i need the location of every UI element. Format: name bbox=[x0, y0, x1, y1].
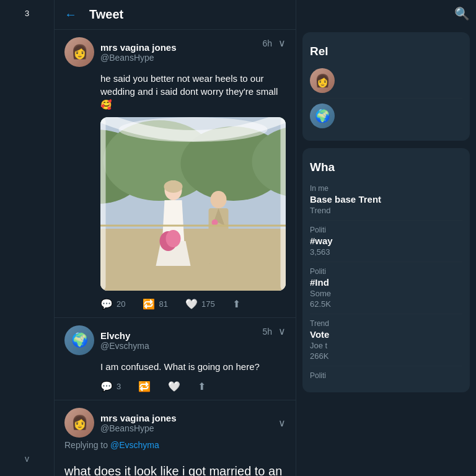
tweet-image bbox=[100, 117, 286, 291]
svg-point-10 bbox=[164, 180, 183, 193]
expanded-tweet-meta: mrs vagina jones @BeansHype bbox=[100, 413, 177, 433]
back-button[interactable]: ← bbox=[64, 7, 77, 22]
trending-category-1: In me bbox=[310, 184, 462, 193]
trending-topic-3: #Ind bbox=[310, 277, 462, 288]
reply-more-options[interactable]: ∨ bbox=[278, 325, 286, 337]
reply-retweet-button[interactable]: 🔁 bbox=[138, 381, 151, 392]
who-to-follow-section: Rel 👩 🌍 bbox=[302, 32, 470, 141]
expanded-username[interactable]: @BeansHype bbox=[100, 423, 177, 433]
heart-icon: 🤍 bbox=[185, 298, 198, 310]
reply-tweet-header: 🌍 Elvchy @Evschyma 5h ∨ bbox=[64, 325, 286, 355]
reply-share-icon: ⬆ bbox=[198, 381, 206, 392]
reply-retweet-icon: 🔁 bbox=[138, 381, 151, 392]
share-button[interactable]: ⬆ bbox=[232, 298, 240, 310]
trending-category-4: Trend bbox=[310, 319, 462, 328]
tweet-actions: 💬 20 🔁 81 🤍 175 ⬆ bbox=[64, 298, 286, 310]
replying-to: Replying to @Evschyma bbox=[64, 438, 286, 455]
retweet-icon: 🔁 bbox=[143, 298, 155, 310]
follow-item-1: 👩 bbox=[310, 63, 462, 99]
original-tweet: 👩 mrs vagina jones @BeansHype 6h ∨ he sa… bbox=[55, 30, 296, 318]
page-title: Tweet bbox=[89, 7, 123, 22]
comment-icon: 💬 bbox=[100, 298, 113, 310]
tweet-header-row: 👩 mrs vagina jones @BeansHype 6h ∨ bbox=[64, 37, 286, 67]
reply-user-meta: Elvchy @Evschyma bbox=[100, 330, 149, 351]
reply-like-button[interactable]: 🤍 bbox=[168, 381, 180, 392]
svg-point-13 bbox=[211, 191, 227, 208]
left-sidebar: 3 v bbox=[0, 0, 55, 476]
trending-count-3: 62.5K bbox=[310, 299, 462, 309]
svg-point-12 bbox=[166, 230, 181, 247]
reply-share-button[interactable]: ⬆ bbox=[198, 381, 206, 392]
reply-user-info: 🌍 Elvchy @Evschyma bbox=[64, 325, 149, 355]
trending-count-4: 266K bbox=[310, 351, 462, 361]
more-options-button[interactable]: ∨ bbox=[278, 37, 286, 49]
retweet-button[interactable]: 🔁 81 bbox=[143, 298, 167, 310]
retweet-count: 81 bbox=[159, 299, 167, 309]
comment-button[interactable]: 💬 20 bbox=[100, 298, 125, 310]
wedding-photo bbox=[100, 117, 286, 291]
expanded-tweet-avatar[interactable]: 👩 bbox=[64, 408, 94, 438]
trending-item-3[interactable]: Politi #Ind Some 62.5K bbox=[310, 262, 462, 314]
tweet-user-info: 👩 mrs vagina jones @BeansHype bbox=[64, 37, 177, 67]
trending-section-title: Wha bbox=[310, 161, 462, 174]
tweet-header: ← Tweet bbox=[55, 0, 296, 30]
trending-item-2[interactable]: Politi #way 3,563 bbox=[310, 221, 462, 262]
share-icon: ⬆ bbox=[232, 298, 240, 310]
trending-category-2: Politi bbox=[310, 226, 462, 234]
svg-rect-5 bbox=[100, 229, 286, 291]
username[interactable]: @BeansHype bbox=[100, 53, 177, 63]
like-count: 175 bbox=[201, 299, 215, 309]
reply-tweet: 🌍 Elvchy @Evschyma 5h ∨ I am confused. W… bbox=[55, 318, 296, 400]
expanded-tweet-user: 👩 mrs vagina jones @BeansHype ∨ bbox=[64, 408, 286, 438]
user-meta: mrs vagina jones @BeansHype bbox=[100, 42, 177, 63]
trending-desc-3: Some bbox=[310, 289, 462, 298]
trending-category-5: Politi bbox=[310, 371, 462, 380]
reply-comment-icon: 💬 bbox=[100, 381, 113, 392]
reply-avatar[interactable]: 🌍 bbox=[64, 325, 94, 355]
follow-item-2: 🌍 bbox=[310, 99, 462, 133]
reply-heart-icon: 🤍 bbox=[168, 381, 180, 392]
sidebar-number: 3 bbox=[25, 9, 29, 18]
follow-avatar-1[interactable]: 👩 bbox=[310, 68, 335, 93]
trending-topic-1: Base base Trent bbox=[310, 194, 462, 205]
follow-avatar-2[interactable]: 🌍 bbox=[310, 104, 335, 128]
trending-count-2: 3,563 bbox=[310, 247, 462, 257]
like-button[interactable]: 🤍 175 bbox=[185, 298, 215, 310]
expanded-tweet-user-left: 👩 mrs vagina jones @BeansHype bbox=[64, 408, 177, 438]
trending-category-3: Politi bbox=[310, 267, 462, 276]
whats-happening-section: Wha In me Base base Trent Trend Politi #… bbox=[302, 148, 470, 392]
reply-comment-button[interactable]: 💬 3 bbox=[100, 381, 121, 392]
trending-sub-1: Trend bbox=[310, 206, 462, 215]
expanded-more-options[interactable]: ∨ bbox=[278, 417, 286, 429]
reply-tweet-text: I am confused. What is going on here? bbox=[64, 360, 286, 373]
trending-item-5[interactable]: Politi bbox=[310, 366, 462, 385]
avatar[interactable]: 👩 bbox=[64, 37, 94, 67]
right-sidebar: 🔍 Rel 👩 🌍 Wha In me Base base Trent Tren… bbox=[296, 0, 476, 476]
svg-rect-7 bbox=[100, 117, 106, 291]
sidebar-chevron-icon[interactable]: v bbox=[25, 454, 29, 464]
trending-desc-4: Joe t bbox=[310, 341, 462, 350]
display-name[interactable]: mrs vagina jones bbox=[100, 42, 177, 53]
trending-topic-4: Vote bbox=[310, 329, 462, 340]
svg-rect-8 bbox=[281, 117, 286, 291]
tweet-text: he said you better not wear heels to our… bbox=[64, 72, 286, 111]
trending-item-1[interactable]: In me Base base Trent Trend bbox=[310, 179, 462, 221]
related-section-title: Rel bbox=[310, 45, 462, 58]
wedding-photo-svg bbox=[100, 117, 286, 291]
trending-topic-2: #way bbox=[310, 236, 462, 246]
reply-tweet-time: 5h bbox=[262, 327, 272, 337]
expanded-tweet-text: what does it look like i got married to … bbox=[64, 462, 286, 476]
reply-display-name[interactable]: Elvchy bbox=[100, 330, 149, 341]
trending-item-4[interactable]: Trend Vote Joe t 266K bbox=[310, 314, 462, 366]
expanded-tweet: 👩 mrs vagina jones @BeansHype ∨ Replying… bbox=[55, 400, 296, 476]
main-content: ← Tweet 👩 mrs vagina jones @BeansHype 6h… bbox=[55, 0, 296, 476]
replying-to-link[interactable]: @Evschyma bbox=[110, 440, 159, 450]
reply-username[interactable]: @Evschyma bbox=[100, 341, 149, 351]
tweet-time: 6h bbox=[262, 38, 272, 48]
expanded-display-name[interactable]: mrs vagina jones bbox=[100, 413, 177, 423]
reply-tweet-actions: 💬 3 🔁 🤍 ⬆ bbox=[64, 381, 286, 392]
comment-count: 20 bbox=[117, 299, 125, 309]
reply-comment-count: 3 bbox=[117, 382, 121, 391]
search-button[interactable]: 🔍 bbox=[454, 6, 470, 21]
